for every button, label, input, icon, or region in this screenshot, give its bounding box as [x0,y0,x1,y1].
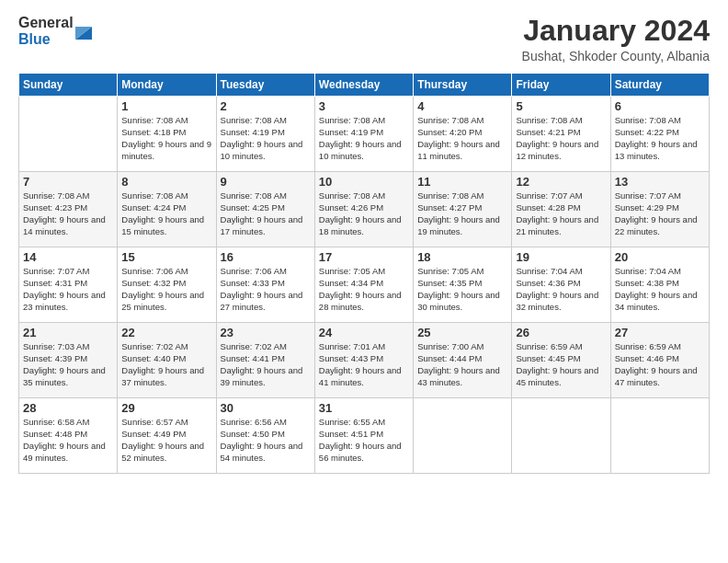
day-number: 29 [121,401,211,415]
table-cell [610,398,709,474]
table-cell: 20Sunrise: 7:04 AMSunset: 4:38 PMDayligh… [610,247,709,323]
logo-general: General [18,15,74,31]
day-info: Sunrise: 7:08 AMSunset: 4:19 PMDaylight:… [319,115,409,162]
table-cell: 19Sunrise: 7:04 AMSunset: 4:36 PMDayligh… [512,247,610,323]
day-info: Sunrise: 7:08 AMSunset: 4:19 PMDaylight:… [221,115,311,162]
table-cell: 6Sunrise: 7:08 AMSunset: 4:22 PMDaylight… [610,97,709,172]
day-info: Sunrise: 7:06 AMSunset: 4:33 PMDaylight:… [221,266,311,313]
table-cell: 3Sunrise: 7:08 AMSunset: 4:19 PMDaylight… [314,97,413,172]
table-cell: 31Sunrise: 6:55 AMSunset: 4:51 PMDayligh… [314,398,413,474]
day-info: Sunrise: 7:04 AMSunset: 4:36 PMDaylight:… [516,266,606,313]
table-cell: 14Sunrise: 7:07 AMSunset: 4:31 PMDayligh… [19,247,118,323]
day-number: 13 [615,175,705,189]
month-title: January 2024 [522,15,710,47]
day-info: Sunrise: 7:08 AMSunset: 4:27 PMDaylight:… [417,190,507,237]
week-row-0: 1Sunrise: 7:08 AMSunset: 4:18 PMDaylight… [19,97,710,172]
day-info: Sunrise: 7:08 AMSunset: 4:26 PMDaylight:… [319,190,409,237]
table-cell: 29Sunrise: 6:57 AMSunset: 4:49 PMDayligh… [118,398,216,474]
col-wednesday: Wednesday [314,74,413,97]
day-number: 23 [221,326,311,339]
day-number: 7 [23,175,113,189]
week-row-4: 28Sunrise: 6:58 AMSunset: 4:48 PMDayligh… [19,398,710,474]
table-cell: 22Sunrise: 7:02 AMSunset: 4:40 PMDayligh… [118,323,216,398]
table-cell: 10Sunrise: 7:08 AMSunset: 4:26 PMDayligh… [314,172,413,247]
table-cell [512,398,610,474]
day-number: 15 [121,250,211,264]
day-number: 26 [516,326,606,339]
table-cell: 11Sunrise: 7:08 AMSunset: 4:27 PMDayligh… [414,172,512,247]
day-info: Sunrise: 7:08 AMSunset: 4:22 PMDaylight:… [615,115,705,162]
col-saturday: Saturday [610,74,709,97]
table-cell: 2Sunrise: 7:08 AMSunset: 4:19 PMDaylight… [216,97,314,172]
day-number: 18 [417,250,507,264]
table-cell: 24Sunrise: 7:01 AMSunset: 4:43 PMDayligh… [314,323,413,398]
week-row-3: 21Sunrise: 7:03 AMSunset: 4:39 PMDayligh… [19,323,710,398]
table-cell: 27Sunrise: 6:59 AMSunset: 4:46 PMDayligh… [610,323,709,398]
table-cell [19,97,118,172]
table-cell [414,398,512,474]
table-cell: 9Sunrise: 7:08 AMSunset: 4:25 PMDaylight… [216,172,314,247]
day-number: 14 [23,250,113,264]
logo-blue: Blue [18,31,74,48]
logo-icon [75,19,92,40]
day-number: 4 [417,99,507,113]
day-info: Sunrise: 7:07 AMSunset: 4:28 PMDaylight:… [516,190,606,237]
location: Bushat, Shkoder County, Albania [522,49,710,63]
day-number: 24 [319,326,409,339]
day-number: 11 [417,175,507,189]
table-cell: 17Sunrise: 7:05 AMSunset: 4:34 PMDayligh… [314,247,413,323]
day-info: Sunrise: 7:08 AMSunset: 4:24 PMDaylight:… [121,190,211,237]
day-info: Sunrise: 7:04 AMSunset: 4:38 PMDaylight:… [615,266,705,313]
logo-text: General Blue [18,15,74,47]
table-cell: 18Sunrise: 7:05 AMSunset: 4:35 PMDayligh… [414,247,512,323]
day-info: Sunrise: 7:08 AMSunset: 4:20 PMDaylight:… [417,115,507,162]
day-info: Sunrise: 7:05 AMSunset: 4:35 PMDaylight:… [417,266,507,313]
day-number: 5 [516,99,606,113]
table-cell: 12Sunrise: 7:07 AMSunset: 4:28 PMDayligh… [512,172,610,247]
day-info: Sunrise: 6:55 AMSunset: 4:51 PMDaylight:… [319,417,409,464]
day-info: Sunrise: 6:59 AMSunset: 4:46 PMDaylight:… [615,341,705,388]
day-number: 19 [516,250,606,264]
day-info: Sunrise: 6:59 AMSunset: 4:45 PMDaylight:… [516,341,606,388]
col-sunday: Sunday [19,74,118,97]
day-info: Sunrise: 7:03 AMSunset: 4:39 PMDaylight:… [23,341,113,388]
day-info: Sunrise: 7:02 AMSunset: 4:41 PMDaylight:… [221,341,311,388]
day-info: Sunrise: 7:07 AMSunset: 4:31 PMDaylight:… [23,266,113,313]
table-cell: 21Sunrise: 7:03 AMSunset: 4:39 PMDayligh… [19,323,118,398]
day-info: Sunrise: 7:02 AMSunset: 4:40 PMDaylight:… [121,341,211,388]
col-tuesday: Tuesday [216,74,314,97]
table-cell: 8Sunrise: 7:08 AMSunset: 4:24 PMDaylight… [118,172,216,247]
day-info: Sunrise: 7:08 AMSunset: 4:18 PMDaylight:… [121,115,211,162]
day-info: Sunrise: 7:07 AMSunset: 4:29 PMDaylight:… [615,190,705,237]
col-friday: Friday [512,74,610,97]
day-number: 22 [121,326,211,339]
page: General Blue January 2024 Bushat, Shkode… [0,0,728,563]
day-number: 12 [516,175,606,189]
day-number: 25 [417,326,507,339]
table-cell: 30Sunrise: 6:56 AMSunset: 4:50 PMDayligh… [216,398,314,474]
table-cell: 28Sunrise: 6:58 AMSunset: 4:48 PMDayligh… [19,398,118,474]
day-number: 2 [221,99,311,113]
day-number: 27 [615,326,705,339]
day-info: Sunrise: 7:06 AMSunset: 4:32 PMDaylight:… [121,266,211,313]
day-number: 20 [615,250,705,264]
day-info: Sunrise: 7:01 AMSunset: 4:43 PMDaylight:… [319,341,409,388]
table-cell: 15Sunrise: 7:06 AMSunset: 4:32 PMDayligh… [118,247,216,323]
header: General Blue January 2024 Bushat, Shkode… [18,15,710,63]
day-number: 21 [23,326,113,339]
table-cell: 5Sunrise: 7:08 AMSunset: 4:21 PMDaylight… [512,97,610,172]
day-info: Sunrise: 7:08 AMSunset: 4:25 PMDaylight:… [221,190,311,237]
table-cell: 25Sunrise: 7:00 AMSunset: 4:44 PMDayligh… [414,323,512,398]
logo: General Blue [18,15,92,47]
calendar-table: Sunday Monday Tuesday Wednesday Thursday… [18,73,710,474]
day-number: 31 [319,401,409,415]
table-cell: 7Sunrise: 7:08 AMSunset: 4:23 PMDaylight… [19,172,118,247]
col-thursday: Thursday [414,74,512,97]
table-cell: 4Sunrise: 7:08 AMSunset: 4:20 PMDaylight… [414,97,512,172]
day-info: Sunrise: 6:58 AMSunset: 4:48 PMDaylight:… [23,417,113,464]
day-number: 17 [319,250,409,264]
table-cell: 1Sunrise: 7:08 AMSunset: 4:18 PMDaylight… [118,97,216,172]
day-number: 30 [221,401,311,415]
day-info: Sunrise: 6:56 AMSunset: 4:50 PMDaylight:… [221,417,311,464]
day-info: Sunrise: 6:57 AMSunset: 4:49 PMDaylight:… [121,417,211,464]
